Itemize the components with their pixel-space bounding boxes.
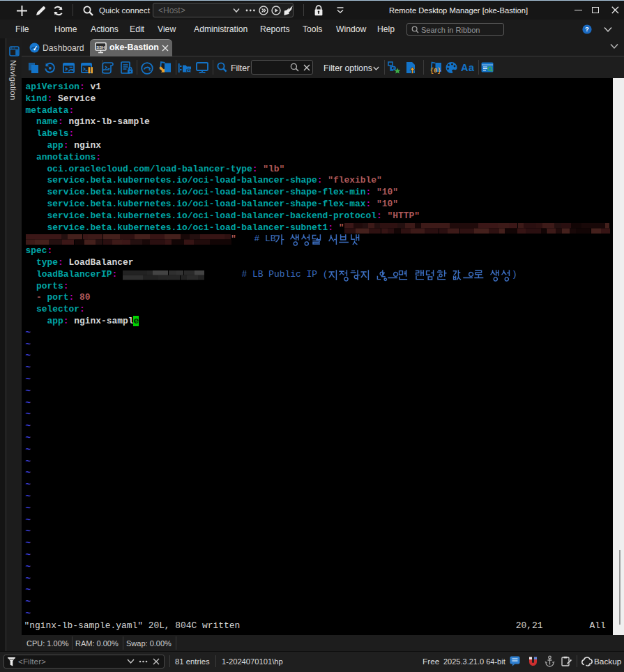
svg-text:?: ?: [585, 25, 589, 33]
svg-text:{0}: {0}: [430, 68, 441, 75]
svg-text:SSH: SSH: [96, 45, 105, 49]
